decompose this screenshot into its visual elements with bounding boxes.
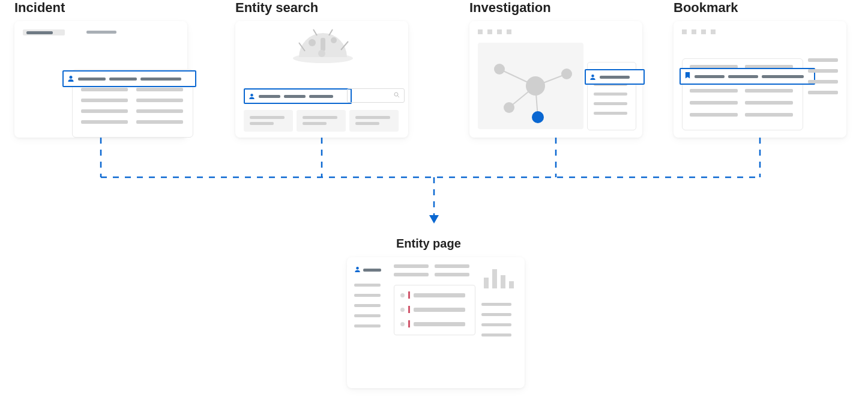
svg-rect-15 — [492, 269, 497, 288]
search-tile — [244, 110, 293, 132]
card-investigation — [469, 21, 642, 138]
skeleton-tab — [86, 31, 116, 34]
svg-point-12 — [561, 68, 572, 79]
svg-point-11 — [504, 102, 514, 113]
window-controls — [478, 29, 511, 34]
person-icon — [589, 74, 596, 81]
svg-point-1 — [309, 39, 316, 46]
svg-rect-17 — [509, 281, 514, 288]
heading-investigation: Investigation — [469, 0, 551, 16]
card-entity-page — [347, 257, 525, 388]
bookmark-icon — [684, 71, 691, 82]
entity-page-right-col — [481, 264, 517, 336]
search-icon — [393, 90, 400, 101]
heading-incident: Incident — [14, 0, 65, 16]
bar-chart-icon — [481, 264, 517, 291]
card-incident — [14, 21, 187, 138]
svg-point-2 — [331, 37, 337, 43]
heading-entity-page: Entity page — [396, 237, 461, 251]
entity-page-navigation-diagram: Incident Entity search Investigation Boo… — [0, 0, 868, 411]
entity-search-illustration — [287, 27, 359, 64]
card-bookmark — [674, 21, 846, 138]
entity-page-center — [394, 264, 475, 335]
search-box[interactable] — [347, 88, 405, 103]
person-icon — [67, 75, 74, 82]
svg-rect-16 — [501, 275, 505, 288]
svg-point-9 — [526, 76, 545, 96]
card-entity-search — [235, 21, 408, 138]
person-icon — [249, 93, 255, 100]
entity-page-alerts — [394, 285, 475, 335]
heading-bookmark: Bookmark — [674, 0, 738, 16]
incident-entity-link[interactable] — [62, 70, 196, 87]
bookmark-side — [808, 58, 838, 94]
bookmark-entity-link[interactable] — [680, 68, 815, 85]
investigation-graph[interactable] — [478, 43, 583, 129]
person-icon — [354, 264, 361, 275]
svg-point-10 — [494, 64, 505, 75]
search-tile — [349, 110, 399, 132]
entity-search-result[interactable] — [244, 88, 352, 104]
svg-rect-3 — [321, 38, 325, 51]
window-controls — [682, 29, 716, 34]
heading-entity-search: Entity search — [235, 0, 318, 16]
svg-point-13 — [532, 111, 544, 123]
svg-rect-14 — [484, 278, 489, 288]
skeleton-tab-active — [23, 29, 65, 35]
svg-point-4 — [394, 93, 398, 96]
investigation-entity-link[interactable] — [585, 69, 645, 85]
search-tile — [297, 110, 346, 132]
entity-page-left-col — [354, 264, 388, 381]
